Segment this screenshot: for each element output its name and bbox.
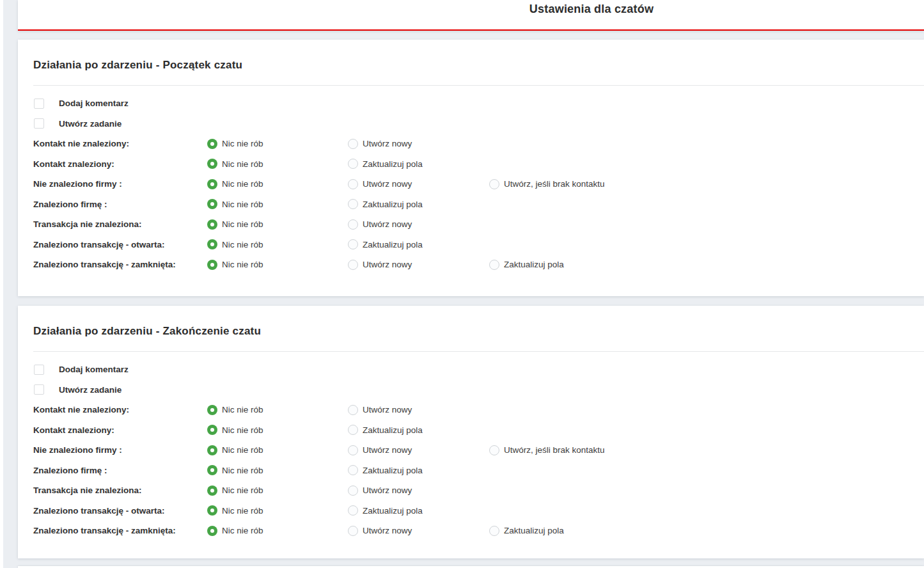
radio-option: Utwórz, jeśli brak kontaktu	[489, 445, 924, 455]
checkbox[interactable]	[34, 365, 44, 375]
radio-button[interactable]	[207, 239, 217, 249]
option-label[interactable]: Nic nie rób	[222, 445, 263, 455]
option-label[interactable]: Nic nie rób	[222, 240, 263, 249]
row-label: Nie znaleziono firmy :	[33, 445, 207, 455]
option-label[interactable]: Utwórz nowy	[363, 139, 412, 148]
option-label[interactable]: Nic nie rób	[222, 139, 263, 148]
option-label[interactable]: Zaktualizuj pola	[363, 425, 423, 435]
option-label[interactable]: Utwórz nowy	[363, 405, 412, 414]
checkbox-row: Dodaj komentarz	[33, 93, 924, 114]
radio-option: Utwórz nowy	[348, 179, 489, 189]
radio-button[interactable]	[207, 465, 217, 475]
option-label[interactable]: Utwórz nowy	[363, 179, 412, 189]
radio-button[interactable]	[207, 405, 217, 415]
option-label[interactable]: Zaktualizuj pola	[363, 159, 423, 169]
option-label[interactable]: Nic nie rób	[222, 526, 263, 535]
option-label[interactable]: Utwórz nowy	[363, 219, 412, 229]
radio-option: Zaktualizuj pola	[348, 425, 489, 435]
radio-button[interactable]	[348, 465, 358, 475]
option-label[interactable]: Nic nie rób	[222, 159, 263, 169]
event-action-row: Znaleziono transakcję - zamknięta: Nic n…	[33, 255, 924, 275]
radio-option: Nic nie rób	[207, 219, 348, 230]
radio-option: Nic nie rób	[207, 425, 348, 435]
radio-button[interactable]	[348, 445, 358, 455]
radio-button[interactable]	[207, 485, 217, 496]
option-label[interactable]: Nic nie rób	[222, 405, 263, 414]
radio-button[interactable]	[348, 526, 358, 536]
checkbox-label[interactable]: Utwórz zadanie	[59, 119, 121, 129]
radio-button[interactable]	[207, 505, 217, 516]
radio-button[interactable]	[348, 505, 358, 516]
option-label[interactable]: Utwórz, jeśli brak kontaktu	[504, 179, 605, 189]
option-label[interactable]: Nic nie rób	[222, 179, 263, 189]
section-title: Działania po zdarzeniu - Zakończenie cza…	[33, 325, 924, 338]
radio-button[interactable]	[489, 179, 499, 189]
option-label[interactable]: Zaktualizuj pola	[363, 466, 423, 475]
checkbox[interactable]	[34, 99, 44, 109]
section-divider	[33, 85, 924, 86]
radio-button[interactable]	[348, 179, 358, 189]
radio-button[interactable]	[348, 219, 358, 230]
checkbox-label[interactable]: Utwórz zadanie	[59, 385, 121, 395]
radio-button[interactable]	[348, 405, 358, 415]
radio-button[interactable]	[207, 159, 217, 169]
row-label: Znaleziono transakcję - zamknięta:	[33, 526, 207, 535]
option-label[interactable]: Zaktualizuj pola	[363, 200, 423, 209]
checkbox-label[interactable]: Dodaj komentarz	[59, 365, 129, 374]
checkbox-label[interactable]: Dodaj komentarz	[59, 99, 129, 108]
row-label: Kontakt nie znaleziony:	[33, 405, 207, 414]
option-label[interactable]: Nic nie rób	[222, 260, 263, 269]
option-label[interactable]: Zaktualizuj pola	[363, 506, 423, 516]
option-label[interactable]: Nic nie rób	[222, 485, 263, 495]
radio-button[interactable]	[348, 139, 358, 149]
radio-option: Nic nie rób	[207, 505, 348, 516]
radio-button[interactable]	[348, 159, 358, 169]
option-label[interactable]: Nic nie rób	[222, 219, 263, 229]
option-label[interactable]: Zaktualizuj pola	[504, 260, 564, 269]
row-label: Znaleziono transakcję - otwarta:	[33, 506, 207, 516]
radio-button[interactable]	[207, 260, 217, 270]
section-content: Działania po zdarzeniu - Zakończenie cza…	[18, 306, 924, 541]
radio-option: Utwórz nowy	[348, 526, 489, 536]
option-label[interactable]: Nic nie rób	[222, 466, 263, 475]
option-label[interactable]: Nic nie rób	[222, 506, 263, 516]
radio-button[interactable]	[348, 425, 358, 435]
radio-button[interactable]	[207, 179, 217, 189]
event-action-row: Transakcja nie znaleziona: Nic nie rób U…	[33, 480, 924, 501]
radio-option: Zaktualizuj pola	[489, 260, 924, 270]
row-label: Transakcja nie znaleziona:	[33, 485, 207, 495]
event-action-row: Nie znaleziono firmy : Nic nie rób Utwór…	[33, 440, 924, 461]
option-label[interactable]: Utwórz nowy	[363, 526, 412, 535]
section-rows: Dodaj komentarz Utwórz zadanie Kontakt n…	[33, 93, 924, 275]
checkbox[interactable]	[34, 384, 44, 395]
radio-button[interactable]	[207, 425, 217, 435]
radio-button[interactable]	[489, 445, 499, 455]
radio-button[interactable]	[348, 239, 358, 249]
radio-option: Zaktualizuj pola	[348, 239, 489, 249]
radio-button[interactable]	[207, 445, 217, 455]
radio-button[interactable]	[489, 260, 499, 270]
radio-button[interactable]	[207, 199, 217, 209]
radio-button[interactable]	[348, 199, 358, 209]
radio-button[interactable]	[348, 485, 358, 496]
row-label: Nie znaleziono firmy :	[33, 179, 207, 189]
option-label[interactable]: Utwórz nowy	[363, 260, 412, 269]
option-label[interactable]: Utwórz nowy	[363, 445, 412, 455]
radio-button[interactable]	[207, 526, 217, 536]
radio-button[interactable]	[207, 139, 217, 149]
radio-button[interactable]	[207, 219, 217, 230]
option-label[interactable]: Utwórz, jeśli brak kontaktu	[504, 445, 605, 455]
event-action-row: Znaleziono transakcję - otwarta: Nic nie…	[33, 235, 924, 255]
checkbox[interactable]	[34, 118, 44, 129]
option-label[interactable]: Zaktualizuj pola	[363, 240, 423, 249]
option-label[interactable]: Nic nie rób	[222, 425, 263, 435]
radio-button[interactable]	[348, 260, 358, 270]
option-label[interactable]: Utwórz nowy	[363, 485, 412, 495]
option-label[interactable]: Zaktualizuj pola	[504, 526, 564, 535]
section-title: Działania po zdarzeniu - Początek czatu	[33, 59, 924, 72]
section-rows: Dodaj komentarz Utwórz zadanie Kontakt n…	[33, 359, 924, 541]
radio-button[interactable]	[489, 526, 499, 536]
row-label: Kontakt znaleziony:	[33, 159, 207, 169]
option-label[interactable]: Nic nie rób	[222, 200, 263, 209]
row-label: Znaleziono transakcję - otwarta:	[33, 240, 207, 249]
